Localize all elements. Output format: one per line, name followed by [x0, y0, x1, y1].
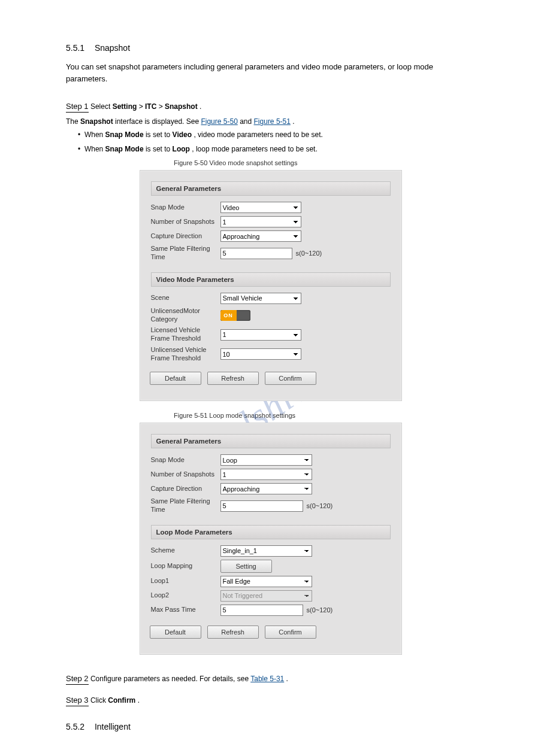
num-snapshots-select[interactable]: 1: [220, 216, 301, 227]
intro-paragraph: You can set snapshot parameters includin…: [66, 61, 475, 85]
num-snapshots-label-2: Number of Snapshots: [151, 470, 220, 479]
loop1-select[interactable]: Fall Edge: [220, 576, 312, 587]
b1a: When: [84, 130, 105, 139]
step2-text-a: Configure parameters as needed. For deta…: [90, 675, 250, 683]
section-heading-552: 5.5.2 Intelligent: [66, 722, 475, 731]
step3-confirm-bold: Confirm: [108, 696, 135, 705]
same-plate-time-suffix: s(0~120): [296, 250, 322, 257]
b1c: is set to: [146, 130, 173, 139]
same-plate-time-label: Same Plate Filtering Time: [151, 245, 220, 262]
scene-select[interactable]: Small Vehicle: [220, 293, 301, 304]
max-pass-time-suffix: s(0~120): [307, 606, 333, 614]
loop2-select: Not Triggered: [220, 590, 312, 602]
step3-label: Step 3: [66, 696, 89, 706]
figure-551-caption: Figure 5-51 Loop mode snapshot settings: [66, 412, 475, 419]
step1-text-d: The: [66, 117, 80, 126]
bullet-video: • When Snap Mode is set to Video , video…: [78, 129, 475, 140]
step1-text-a: Select: [90, 102, 113, 111]
max-pass-time-input[interactable]: [220, 605, 303, 616]
step2-text-b: .: [286, 675, 288, 683]
section-number: 5.5.1: [66, 43, 92, 53]
bullet-loop: • When Snap Mode is set to Loop , loop m…: [78, 144, 475, 154]
max-pass-time-label: Max Pass Time: [151, 606, 220, 614]
same-plate-time-label-2: Same Plate Filtering Time: [151, 497, 220, 514]
step1-text-c: .: [200, 102, 201, 111]
section-title-552: Intelligent: [95, 722, 131, 731]
loop-mode-panel: General Parameters Snap Mode Loop Number…: [140, 423, 402, 655]
step3-text-a: Click: [90, 696, 108, 705]
fig-and: and: [240, 117, 253, 126]
step1-text-e: interface is displayed. See: [115, 117, 201, 126]
step3-text-b: .: [138, 696, 140, 705]
group-general-parameters: General Parameters: [151, 181, 391, 196]
toggle-on-text: ON: [220, 310, 237, 321]
step2-label: Step 2: [66, 674, 89, 685]
refresh-button-2[interactable]: Refresh: [207, 626, 259, 639]
step1-link-itc: ITC: [145, 102, 156, 111]
step1-label: Step 1: [66, 102, 89, 113]
snap-mode-label: Snap Mode: [151, 204, 220, 212]
step1-snapshot-bold: Snapshot: [80, 117, 113, 126]
unlicensed-threshold-select[interactable]: 10: [220, 348, 301, 360]
fig-dot: .: [292, 117, 294, 126]
same-plate-time-input[interactable]: [220, 248, 292, 259]
b2e: , loop mode parameters need to be set.: [192, 145, 317, 153]
unlicensed-motor-toggle[interactable]: ON: [220, 310, 250, 321]
capture-direction-select[interactable]: Approaching: [220, 230, 301, 242]
confirm-button[interactable]: Confirm: [265, 372, 316, 385]
step1-link-snapshot: Snapshot: [165, 102, 198, 111]
figure-ref-551[interactable]: Figure 5-51: [254, 117, 291, 126]
num-snapshots-select-2[interactable]: 1: [220, 469, 312, 480]
snap-mode-label-2: Snap Mode: [151, 456, 220, 464]
section-number-552: 5.5.2: [66, 722, 92, 731]
b2d: Loop: [173, 145, 190, 153]
b2b: Snap Mode: [105, 145, 144, 153]
b1d: Video: [173, 130, 192, 139]
capture-direction-select-2[interactable]: Approaching: [220, 483, 312, 494]
figure-550-caption: Figure 5-50 Video mode snapshot settings: [66, 159, 475, 166]
scheme-label: Scheme: [151, 546, 220, 555]
same-plate-time-input-2[interactable]: [220, 500, 303, 512]
capture-direction-label: Capture Direction: [151, 232, 220, 241]
loop-mapping-setting-button[interactable]: Setting: [220, 560, 272, 573]
snap-mode-select[interactable]: Video: [220, 202, 301, 213]
unlicensed-threshold-label: Unlicensed Vehicle Frame Threshold: [151, 346, 220, 363]
step1-sep1: >: [139, 102, 145, 111]
default-button-2[interactable]: Default: [150, 626, 201, 639]
default-button[interactable]: Default: [150, 372, 201, 385]
section-title: Snapshot: [95, 43, 130, 53]
licensed-threshold-label: Licensed Vehicle Frame Threshold: [151, 326, 220, 343]
capture-direction-label-2: Capture Direction: [151, 485, 220, 493]
loop1-label: Loop1: [151, 577, 220, 585]
section-heading-551: 5.5.1 Snapshot: [66, 43, 475, 53]
group-loop-mode-parameters: Loop Mode Parameters: [151, 525, 391, 539]
b1b: Snap Mode: [105, 130, 144, 139]
b2a: When: [84, 145, 105, 153]
same-plate-time-suffix-2: s(0~120): [307, 502, 333, 509]
loop-mapping-label: Loop Mapping: [151, 562, 220, 570]
video-mode-panel: General Parameters Snap Mode Video Numbe…: [140, 170, 402, 401]
confirm-button-2[interactable]: Confirm: [265, 626, 316, 639]
table-ref-531[interactable]: Table 5-31: [250, 675, 284, 683]
loop2-label: Loop2: [151, 591, 220, 600]
refresh-button[interactable]: Refresh: [207, 372, 259, 385]
snap-mode-select-2[interactable]: Loop: [220, 454, 312, 466]
b1e: , video mode parameters need to be set.: [194, 130, 322, 139]
num-snapshots-label: Number of Snapshots: [151, 218, 220, 226]
b2c: is set to: [146, 145, 173, 153]
group-video-mode-parameters: Video Mode Parameters: [151, 272, 391, 287]
step1-sep2: >: [159, 102, 165, 111]
scheme-select[interactable]: Single_in_1: [220, 545, 312, 557]
step1-link-setting: Setting: [113, 102, 137, 111]
licensed-threshold-select[interactable]: 1: [220, 329, 301, 341]
scene-label: Scene: [151, 294, 220, 302]
group-general-parameters-2: General Parameters: [151, 434, 391, 448]
figure-ref-550[interactable]: Figure 5-50: [201, 117, 237, 126]
unlicensed-motor-label: UnlicensedMotor Category: [151, 307, 220, 324]
